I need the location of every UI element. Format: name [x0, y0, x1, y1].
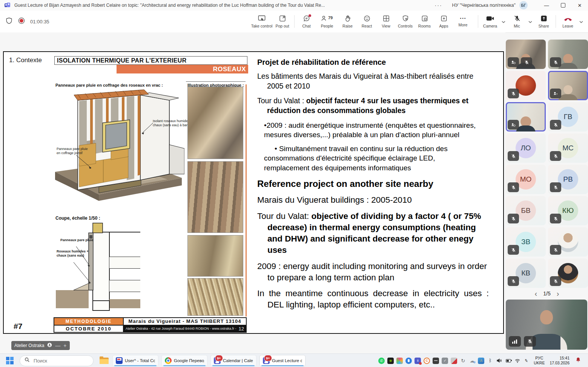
apps-button[interactable]: Apps [434, 11, 453, 32]
camera-chevron-icon[interactable] [501, 18, 506, 25]
participant-tile-initials[interactable]: МО [506, 165, 546, 194]
teams-app-icon [5, 2, 11, 8]
participant-tile-initials[interactable]: ЛО [506, 133, 546, 163]
whatsapp-icon[interactable]: ✆ [378, 358, 385, 364]
shield-icon [5, 17, 13, 26]
taskbar-search[interactable] [20, 355, 94, 366]
bluetooth-icon[interactable]: ᛒ [487, 358, 493, 364]
diagram-label-pare-pluie: Panneaux pare pluie en coffrage jointif [57, 147, 91, 156]
nvidia-icon[interactable]: ◉ [387, 358, 394, 364]
participant-tile-avatar[interactable] [548, 258, 588, 288]
react-button[interactable]: React [357, 11, 376, 32]
participant-tile-avatar[interactable] [506, 71, 546, 100]
user-avatar[interactable]: БГ [519, 1, 528, 9]
recording-indicator-icon [18, 17, 25, 26]
participant-tile-video[interactable] [548, 40, 588, 69]
pager-next-icon[interactable]: › [557, 290, 559, 297]
mic-muted-icon [521, 57, 532, 67]
language-indicator[interactable]: РУС UKRE [534, 356, 545, 365]
pen-input-icon[interactable]: ✎ [523, 357, 530, 364]
battery-icon[interactable] [505, 358, 511, 364]
pop-out-icon [279, 15, 286, 22]
search-input[interactable] [33, 358, 80, 364]
participant-tile-avatar[interactable] [548, 227, 588, 257]
mic-chevron-icon[interactable] [528, 18, 533, 25]
doc-footer-date: OCTOBRE 2010 [54, 325, 123, 333]
notifications-bell-icon[interactable] [575, 357, 581, 364]
file-explorer-icon[interactable] [100, 356, 109, 365]
participant-tile-initials[interactable]: ГВ [548, 102, 588, 132]
doc-divider [186, 81, 246, 82]
share-button[interactable]: Share [534, 11, 553, 32]
coupe-caption: Coupe, échelle 1/50 : [55, 216, 100, 221]
photos-icon[interactable] [396, 358, 403, 364]
fr-title: Projet de réhabilitation de référence [257, 58, 489, 67]
taskbar-window-meeting[interactable]: 9+ Guest Lecture of Bija... [259, 355, 306, 366]
participant-tile-initials[interactable]: БВ [506, 196, 546, 225]
volume-icon[interactable] [496, 358, 502, 364]
participant-tile-video[interactable] [506, 40, 546, 69]
camera-button[interactable]: Camera [481, 11, 500, 32]
more-button[interactable]: ··· More [453, 11, 473, 32]
chat-unread-dot [309, 14, 311, 17]
people-button[interactable]: 79 People [316, 11, 338, 32]
doc-footer-site: Marais du Vigueirat - MAS THIBERT 13104 [123, 318, 246, 325]
slide-number: #7 [14, 322, 22, 331]
rooms-button[interactable]: Rooms [415, 11, 434, 32]
zoom-in-button[interactable]: + [63, 343, 66, 349]
participant-tile-initials[interactable]: КВ [506, 258, 546, 288]
chat-button[interactable]: Chat [297, 11, 316, 32]
restore-button[interactable] [555, 0, 571, 11]
shared-slide[interactable]: 1. Contexte #7 ISOLATION THERMIQUE PAR L… [3, 51, 504, 334]
site-photo-3 [187, 235, 243, 277]
doc-footer-address: Atelier Ostraka - 42 rue Joseph Faraud 8… [123, 325, 246, 333]
pop-out-button[interactable]: Pop out [273, 11, 292, 32]
mic-muted-icon [550, 151, 561, 161]
minimize-button[interactable]: — [538, 0, 555, 11]
pager-prev-icon[interactable]: ‹ [535, 290, 537, 297]
taskbar-window-translator[interactable]: Google Переводчик... [161, 355, 207, 366]
take-control-button[interactable]: Take control [251, 11, 273, 32]
notification-badge: 9+ [264, 355, 272, 361]
spotlight-icon: ? [550, 89, 561, 98]
taskbar-window-totalcmd[interactable]: User^ - Total Comm... [112, 355, 158, 366]
controls-button[interactable]: Controls [396, 11, 415, 32]
view-button[interactable]: View [376, 11, 396, 32]
weather-alert-icon[interactable]: ⚠ [478, 358, 484, 364]
raise-hand-button[interactable]: Raise [338, 11, 357, 32]
onedrive-paused-icon[interactable]: ☁⊘ [469, 358, 475, 364]
zoom-out-button[interactable]: — [55, 343, 60, 349]
taskbar-clock[interactable]: 15:41 17.03.2026 [550, 356, 570, 365]
leave-chevron-icon[interactable] [579, 18, 583, 25]
self-view-tile[interactable] [506, 300, 587, 350]
teams-tray-icon[interactable]: ii [415, 358, 421, 364]
participant-tile-initials[interactable]: МС [548, 133, 588, 163]
participant-tile-video-active[interactable] [506, 102, 546, 132]
view-icon [382, 15, 390, 22]
participant-tile-initials[interactable]: РВ [548, 165, 588, 194]
system-tray: ✆ ◉ ii C ✓ ↻ ☁⊘ ⚠ ᛒ ✎ РУС UKRE 15:41 17.… [378, 356, 588, 365]
presenter-pill[interactable]: Atelier Ostraka — + [11, 341, 70, 350]
mic-button[interactable]: Mic [507, 11, 527, 32]
notebook-icon[interactable] [433, 358, 439, 364]
clipboard-check-icon[interactable]: ✓ [442, 358, 448, 364]
coupe-label-pare-pluie: Panneaux pare pluie [60, 238, 94, 242]
notification-badge: 9+ [215, 355, 223, 361]
participant-tile-initials[interactable]: ЗВ [506, 227, 546, 257]
close-button[interactable]: ✕ [571, 0, 588, 11]
participant-tile-initials[interactable]: КЮ [548, 196, 588, 225]
browser-orange-icon[interactable]: C [424, 358, 430, 364]
sync-icon[interactable]: ↻ [460, 358, 466, 364]
participant-tile-video-active[interactable]: ? [548, 71, 588, 100]
leave-button[interactable]: Leave [558, 11, 577, 32]
doc-title: ISOLATION THERMIQUE PAR L'EXTERIEUR [54, 56, 247, 65]
doc-banner: ROSEAUX [117, 65, 248, 73]
gallery-icon[interactable] [451, 358, 457, 364]
mic-muted-icon [508, 214, 519, 223]
wifi-icon[interactable] [514, 358, 520, 364]
titlebar-overflow-menu[interactable]: ··· [425, 2, 452, 8]
doc-footer-table: METHODOLOGIE Marais du Vigueirat - MAS T… [54, 317, 247, 333]
start-button[interactable] [5, 356, 14, 365]
microphone-icon[interactable] [405, 358, 412, 364]
taskbar-window-calendar[interactable]: 9+ Calendar | Calendar | ... [210, 355, 256, 366]
